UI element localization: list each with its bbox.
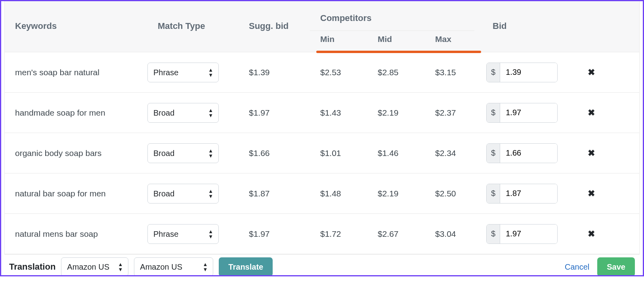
mid-cell: $1.46 — [367, 148, 425, 158]
match-type-cell: BroadPhraseExact▲▼ — [147, 63, 239, 82]
table-header: Keywords Match Type Sugg. bid Competitor… — [5, 1, 639, 52]
remove-cell: ✖ — [573, 108, 609, 118]
col-keywords: Keywords — [5, 12, 147, 31]
max-cell: $3.04 — [425, 229, 482, 239]
sugg-cell: $1.87 — [239, 189, 310, 198]
bid-input[interactable] — [500, 225, 557, 244]
bid-cell: $ — [482, 143, 573, 163]
col-bid: Bid — [482, 12, 573, 31]
sugg-cell: $1.66 — [239, 148, 310, 158]
keyword-cell: natural mens bar soap — [5, 229, 147, 239]
bid-cell: $ — [482, 103, 573, 123]
translation-label: Translation — [9, 262, 55, 272]
close-icon[interactable]: ✖ — [588, 67, 595, 77]
min-cell: $1.43 — [310, 108, 367, 118]
col-mid: Mid — [367, 34, 425, 44]
cancel-button[interactable]: Cancel — [562, 262, 592, 272]
translate-button[interactable]: Translate — [219, 257, 273, 275]
close-icon[interactable]: ✖ — [588, 108, 595, 118]
match-type-select[interactable]: BroadPhraseExact — [147, 63, 219, 82]
remove-cell: ✖ — [573, 188, 609, 199]
max-cell: $2.37 — [425, 108, 482, 118]
bid-cell: $ — [482, 184, 573, 204]
currency-symbol: $ — [487, 103, 500, 122]
remove-cell: ✖ — [573, 148, 609, 158]
sugg-cell: $1.39 — [239, 68, 310, 77]
sugg-cell: $1.97 — [239, 229, 310, 239]
mid-cell: $2.19 — [367, 108, 425, 118]
currency-symbol: $ — [487, 63, 500, 82]
col-sugg-bid: Sugg. bid — [239, 12, 310, 31]
table-row: natural bar soap for menBroadPhraseExact… — [5, 173, 639, 214]
table-row: handmade soap for menBroadPhraseExact▲▼$… — [5, 93, 639, 133]
match-type-select[interactable]: BroadPhraseExact — [147, 103, 219, 123]
footer-bar: Translation Amazon US ▲▼ Amazon US ▲▼ Tr… — [1, 255, 643, 275]
close-icon[interactable]: ✖ — [588, 148, 595, 158]
match-type-select[interactable]: BroadPhraseExact — [147, 184, 219, 204]
currency-symbol: $ — [487, 225, 500, 244]
min-cell: $1.72 — [310, 229, 367, 239]
table-row: organic body soap barsBroadPhraseExact▲▼… — [5, 133, 639, 173]
save-button[interactable]: Save — [597, 257, 635, 275]
match-type-cell: BroadPhraseExact▲▼ — [147, 103, 239, 123]
close-icon[interactable]: ✖ — [588, 229, 595, 239]
col-max: Max — [425, 34, 482, 44]
match-type-cell: BroadPhraseExact▲▼ — [147, 143, 239, 163]
col-match-type: Match Type — [147, 12, 239, 31]
annotation-underline — [316, 51, 481, 53]
remove-cell: ✖ — [573, 67, 609, 78]
max-cell: $2.34 — [425, 148, 482, 158]
bid-input[interactable] — [500, 63, 557, 82]
table-row: natural mens bar soapBroadPhraseExact▲▼$… — [5, 214, 639, 254]
translate-to-select[interactable]: Amazon US — [134, 257, 213, 275]
max-cell: $2.50 — [425, 189, 482, 198]
min-cell: $1.01 — [310, 148, 367, 158]
match-type-select[interactable]: BroadPhraseExact — [147, 143, 219, 163]
mid-cell: $2.67 — [367, 229, 425, 239]
currency-symbol: $ — [487, 184, 500, 203]
currency-symbol: $ — [487, 144, 500, 163]
bid-input[interactable] — [500, 144, 557, 163]
bid-input[interactable] — [500, 103, 557, 122]
col-min: Min — [310, 34, 367, 44]
mid-cell: $2.19 — [367, 189, 425, 198]
keyword-cell: natural bar soap for men — [5, 189, 147, 198]
keyword-cell: organic body soap bars — [5, 148, 147, 158]
match-type-cell: BroadPhraseExact▲▼ — [147, 184, 239, 204]
bid-cell: $ — [482, 63, 573, 82]
max-cell: $3.15 — [425, 68, 482, 77]
sugg-cell: $1.97 — [239, 108, 310, 118]
match-type-select[interactable]: BroadPhraseExact — [147, 224, 219, 244]
keyword-cell: handmade soap for men — [5, 108, 147, 118]
close-icon[interactable]: ✖ — [588, 188, 595, 198]
min-cell: $2.53 — [310, 68, 367, 77]
bid-cell: $ — [482, 224, 573, 244]
match-type-cell: BroadPhraseExact▲▼ — [147, 224, 239, 244]
bid-input[interactable] — [500, 184, 557, 203]
translate-from-select[interactable]: Amazon US — [61, 257, 128, 275]
remove-cell: ✖ — [573, 229, 609, 239]
table-row: men's soap bar naturalBroadPhraseExact▲▼… — [5, 52, 639, 93]
col-competitors: Competitors — [310, 13, 474, 31]
keyword-cell: men's soap bar natural — [5, 68, 147, 77]
min-cell: $1.48 — [310, 189, 367, 198]
mid-cell: $2.85 — [367, 68, 425, 77]
